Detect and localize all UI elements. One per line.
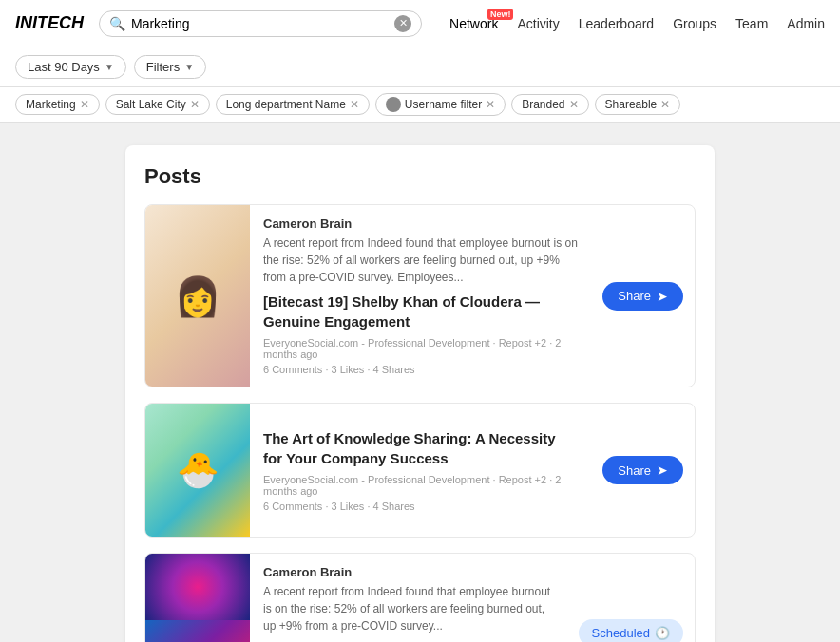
post-image-3-top [145,554,250,620]
header: INITECH 🔍 ✕ Network New! Activity Leader… [0,0,840,47]
clock-icon: 🕐 [655,626,670,640]
post-excerpt-3: A recent report from Indeed found that e… [263,583,554,634]
post-content-1: Cameron Brain A recent report from Indee… [250,205,591,387]
post-image-2: 🐣 [145,404,250,537]
date-filter-button[interactable]: Last 90 Days ▼ [15,55,126,79]
post-action-1: Share ➤ [591,205,695,387]
filter-bar: Last 90 Days ▼ Filters ▼ [0,47,840,87]
post-link-title-2[interactable]: The Art of Knowledge Sharing: A Necessit… [263,428,578,468]
nav-item-network[interactable]: Network New! [449,16,498,31]
remove-tag-long-dept[interactable]: ✕ [350,98,359,111]
share-button-2[interactable]: Share ➤ [602,456,683,484]
post-author-1: Cameron Brain [263,217,578,231]
post-content-2: The Art of Knowledge Sharing: A Necessit… [250,404,591,537]
post-meta-2: EveryoneSocial.com - Professional Develo… [263,474,578,497]
chevron-down-icon: ▼ [184,62,194,72]
search-input[interactable] [131,16,389,31]
filters-button[interactable]: Filters ▼ [134,55,206,79]
post-link-title-1[interactable]: [Bitecast 19] Shelby Khan of Cloudera — … [263,292,578,331]
filter-tag-branded[interactable]: Branded ✕ [511,94,588,115]
main-content: Posts 👩 Cameron Brain A recent report fr… [0,123,840,642]
post-excerpt-1: A recent report from Indeed found that e… [263,235,578,286]
filter-tag-long-dept[interactable]: Long department Name ✕ [216,94,370,115]
scheduled-button[interactable]: Scheduled 🕐 [579,619,683,642]
nav-item-leaderboard[interactable]: Leaderboard [579,16,654,31]
remove-tag-marketing[interactable]: ✕ [80,98,89,111]
post-card-1: 👩 Cameron Brain A recent report from Ind… [144,204,696,387]
post-image-3 [145,554,250,642]
post-card-3: Cameron Brain A recent report from Indee… [144,553,696,642]
nav-item-team[interactable]: Team [735,16,768,31]
share-button-1[interactable]: Share ➤ [602,282,683,311]
logo: INITECH [15,13,84,33]
avatar [386,97,401,112]
illustration-person: 👩 [174,277,221,315]
nav-item-activity[interactable]: Activity [517,16,559,31]
remove-tag-branded[interactable]: ✕ [569,98,579,111]
filter-tag-salt-lake-city[interactable]: Salt Lake City ✕ [105,94,210,115]
filter-tag-username[interactable]: Username filter ✕ [375,93,506,116]
new-badge: New! [487,9,514,20]
posts-title: Posts [144,164,696,189]
remove-tag-username[interactable]: ✕ [486,98,495,111]
post-action-3: Scheduled 🕐 [567,554,695,642]
post-image-1: 👩 [145,205,250,387]
tags-bar: Marketing ✕ Salt Lake City ✕ Long depart… [0,87,840,123]
main-nav: Network New! Activity Leaderboard Groups… [449,16,825,31]
post-author-3: Cameron Brain [263,565,554,579]
nav-item-groups[interactable]: Groups [673,16,716,31]
remove-tag-salt-lake-city[interactable]: ✕ [190,98,200,111]
filter-tag-shareable[interactable]: Shareable ✕ [595,94,681,115]
post-action-2: Share ➤ [591,404,695,537]
filter-tag-marketing[interactable]: Marketing ✕ [15,94,100,115]
post-image-3-bottom [145,620,250,642]
illustration-collab: 🐣 [177,450,220,490]
arrow-icon: ➤ [657,289,668,304]
chevron-down-icon: ▼ [105,62,114,72]
post-stats-2: 6 Comments · 3 Likes · 4 Shares [263,500,578,512]
post-card-2: 🐣 The Art of Knowledge Sharing: A Necess… [144,403,696,538]
arrow-icon: ➤ [657,463,668,478]
nav-item-admin[interactable]: Admin [787,16,825,31]
post-stats-1: 6 Comments · 3 Likes · 4 Shares [263,364,578,375]
remove-tag-shareable[interactable]: ✕ [660,98,670,111]
clear-search-button[interactable]: ✕ [394,15,411,32]
post-meta-1: EveryoneSocial.com - Professional Develo… [263,337,578,360]
post-content-3: Cameron Brain A recent report from Indee… [250,554,567,642]
posts-container: Posts 👩 Cameron Brain A recent report fr… [125,145,715,642]
search-bar[interactable]: 🔍 ✕ [99,10,422,37]
search-icon: 🔍 [109,16,125,31]
